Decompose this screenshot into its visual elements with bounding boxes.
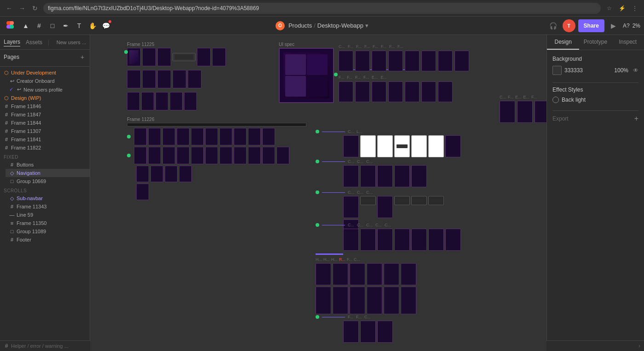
project-avatar: O bbox=[276, 21, 285, 30]
layer-item-new-users-profile[interactable]: ✓ ↩ New users profile bbox=[6, 85, 90, 94]
layer-item[interactable]: ⬡ Design (WIP) bbox=[0, 94, 90, 102]
flow-row: C... C... C... bbox=[316, 159, 427, 164]
file-name[interactable]: Desktop-Webapp bbox=[317, 22, 363, 29]
layer-item-sub-navbar[interactable]: ◇ Sub-navbar bbox=[6, 194, 90, 202]
effect-name: Back light bbox=[562, 97, 586, 103]
layer-item-footer[interactable]: # Footer bbox=[6, 236, 90, 244]
flow-frame bbox=[438, 81, 453, 102]
new-users-button[interactable]: New users ... bbox=[57, 40, 86, 45]
bookmark-icon[interactable]: ☆ bbox=[604, 3, 615, 14]
share-button[interactable]: Share bbox=[578, 19, 604, 32]
mini-frame bbox=[212, 48, 226, 66]
layer-item-frame-11841[interactable]: # Frame 11841 bbox=[0, 135, 90, 144]
layer-item-frame-11846[interactable]: # Frame 11846 bbox=[0, 102, 90, 110]
mini-frame bbox=[262, 128, 275, 145]
tab-layers[interactable]: Layers bbox=[4, 38, 20, 46]
figma-logo[interactable] bbox=[4, 19, 17, 32]
export-add-button[interactable]: + bbox=[634, 115, 638, 123]
select-tool[interactable]: ▲ bbox=[19, 19, 32, 32]
menu-icon[interactable]: ⋮ bbox=[629, 3, 640, 14]
layer-item-frame-11844[interactable]: # Frame 11844 bbox=[0, 119, 90, 127]
right-panel: Design Prototype Inspect Background 3333… bbox=[546, 35, 644, 351]
reload-button[interactable]: ↻ bbox=[29, 3, 40, 14]
file-dropdown-icon[interactable]: ▾ bbox=[365, 22, 368, 29]
layer-item-frame-11822[interactable]: # Frame 11822 bbox=[0, 144, 90, 152]
layers-section[interactable]: ⬡ Under Development ↩ Creator Onboard ✓ … bbox=[0, 67, 90, 351]
flow-frame bbox=[388, 51, 403, 71]
layer-item-frame-11847[interactable]: # Frame 11847 bbox=[0, 110, 90, 119]
tab-prototype[interactable]: Prototype bbox=[579, 35, 611, 50]
background-row: 333333 100% 👁 bbox=[552, 66, 638, 75]
pages-title: Pages bbox=[4, 54, 19, 60]
forward-button[interactable]: → bbox=[17, 3, 28, 14]
flow-frame bbox=[316, 287, 331, 314]
scrolls-group-label: SCROLLS bbox=[0, 185, 90, 194]
right-frame bbox=[500, 101, 515, 123]
layer-item[interactable]: ⬡ Under Development bbox=[0, 69, 90, 77]
frame-11225-content bbox=[127, 48, 260, 110]
mini-frame bbox=[170, 92, 183, 110]
layer-item-frame-11350[interactable]: ≡ Frame 11350 bbox=[6, 219, 90, 227]
visibility-toggle[interactable]: 👁 bbox=[633, 67, 638, 74]
figma-toolbar: ▲ # □ ✒ T ✋ 💬 O Products / Desktop-Webap… bbox=[0, 17, 644, 35]
layer-label: Frame 11822 bbox=[11, 145, 41, 150]
flow-frame bbox=[428, 229, 444, 251]
background-title: Background bbox=[552, 56, 638, 62]
flow-row2-labels: F... F... F... F... E... E... bbox=[339, 75, 546, 80]
headphones-button[interactable]: 🎧 bbox=[547, 19, 560, 32]
tab-inspect[interactable]: Inspect bbox=[612, 35, 644, 50]
hand-tool[interactable]: ✋ bbox=[86, 19, 99, 32]
frame-tool[interactable]: # bbox=[33, 19, 46, 32]
accessibility-button[interactable]: A? bbox=[623, 23, 630, 29]
flow-row: C... C... C... C... C... bbox=[316, 223, 461, 227]
frame-icon: # bbox=[9, 204, 15, 209]
pen-tool[interactable]: ✒ bbox=[59, 19, 72, 32]
mini-frame bbox=[177, 128, 190, 145]
shapes-tool[interactable]: □ bbox=[46, 19, 59, 32]
background-color-swatch[interactable] bbox=[552, 66, 562, 75]
layer-item-group-11089[interactable]: □ Group 11089 bbox=[6, 227, 90, 236]
flow-frame-sm bbox=[411, 196, 427, 205]
export-section: Export + bbox=[552, 115, 638, 123]
extensions-icon[interactable]: ⚡ bbox=[616, 3, 627, 14]
layer-item-navigation[interactable]: ◇ Navigation bbox=[6, 169, 90, 177]
layer-label: Group 10669 bbox=[17, 178, 46, 184]
zoom-level[interactable]: 2% bbox=[632, 23, 640, 29]
back-button[interactable]: ← bbox=[4, 3, 15, 14]
bottom-layer-item[interactable]: # Helper / error / warning ... › bbox=[0, 340, 90, 351]
layer-item-buttons[interactable]: # Buttons bbox=[6, 161, 90, 169]
text-tool[interactable]: T bbox=[73, 19, 86, 32]
layer-item-line-59[interactable]: — Line 59 bbox=[6, 211, 90, 219]
add-page-button[interactable]: + bbox=[79, 53, 86, 61]
tab-assets[interactable]: Assets bbox=[26, 38, 42, 46]
layer-label: Navigation bbox=[17, 170, 40, 176]
mini-frame bbox=[172, 70, 186, 88]
canvas-area[interactable]: Frame 11225 bbox=[90, 35, 546, 351]
flow-frame bbox=[421, 81, 436, 102]
layer-item[interactable]: ↩ Creator Onboard bbox=[6, 77, 90, 85]
mini-frame bbox=[134, 128, 147, 145]
address-bar[interactable] bbox=[43, 3, 601, 14]
frame-icon: # bbox=[4, 120, 9, 126]
layer-label: Footer bbox=[17, 237, 31, 242]
user-avatar[interactable]: T bbox=[563, 19, 575, 32]
background-hex-value[interactable]: 333333 bbox=[564, 67, 611, 74]
flow-frame bbox=[411, 165, 427, 187]
export-row: Export + bbox=[552, 115, 638, 123]
layer-item-group-10669[interactable]: □ Group 10669 bbox=[6, 177, 90, 185]
flow-frame-white bbox=[377, 135, 393, 157]
mini-frames-row3 bbox=[127, 92, 197, 110]
tab-design[interactable]: Design bbox=[547, 35, 579, 50]
flow-frame bbox=[355, 51, 370, 71]
large-flow-area: C... F... F... F... F... F... F... F... bbox=[339, 44, 546, 102]
svg-point-0 bbox=[10, 25, 14, 29]
background-opacity-value[interactable]: 100% bbox=[614, 67, 628, 74]
project-name[interactable]: Products bbox=[288, 22, 312, 29]
flow-frame bbox=[401, 287, 416, 314]
comment-tool[interactable]: 💬 bbox=[99, 19, 112, 32]
effect-row: Back light bbox=[552, 97, 638, 103]
mini-frame bbox=[205, 128, 218, 145]
present-button[interactable]: ▶ bbox=[607, 19, 620, 32]
layer-item-frame-11343[interactable]: # Frame 11343 bbox=[6, 202, 90, 211]
layer-item-frame-11307[interactable]: # Frame 11307 bbox=[0, 127, 90, 135]
